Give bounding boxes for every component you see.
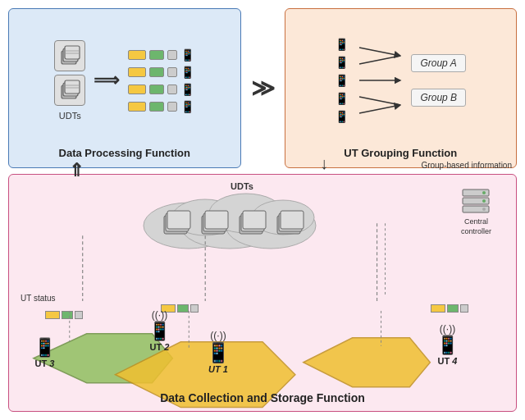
bar-yellow-3 (128, 84, 146, 94)
utg-phone-2: 📱 (335, 56, 349, 69)
udt-box-2 (54, 75, 85, 106)
ut3-container: 📱 UT 3 (34, 337, 56, 368)
dpf-arrow: ⟹ (94, 70, 120, 91)
cloud-container: UDTs (139, 181, 345, 253)
svg-point-38 (482, 208, 486, 211)
phone-icon-3: 📱 (180, 83, 194, 96)
mb-gr4 (460, 304, 468, 313)
mini-bar-status (45, 311, 94, 319)
utg-content: 📱 📱 📱 📱 📱 (335, 17, 466, 144)
dcsf-title: Data Collection and Storage Function (9, 391, 516, 404)
ut1-phone: 📱 (206, 341, 231, 364)
ut3-phone: 📱 (34, 337, 56, 358)
svg-marker-41 (304, 338, 430, 387)
ut2-phone: 📱 (148, 321, 171, 342)
bar-green-3 (149, 84, 164, 94)
group-a-box: Group A (411, 54, 466, 72)
mb-y1 (45, 311, 60, 319)
dcsf-panel: UDTs (8, 174, 517, 412)
svg-line-13 (359, 97, 400, 105)
ut4-phone: 📱 (436, 335, 459, 356)
ut1-signal: ((·)) (210, 330, 226, 341)
mb-g4 (447, 304, 459, 313)
mb-y4 (431, 304, 445, 313)
ut1-container: ((·)) 📱 UT 1 (206, 330, 231, 374)
svg-rect-23 (167, 211, 190, 229)
group-b-label: Group B (420, 92, 457, 103)
bar-green-2 (149, 67, 164, 77)
bar-yellow-4 (128, 102, 146, 112)
cloud-svg (139, 193, 345, 250)
dpf-content: UDTs ⟹ 📱 📱 (54, 17, 194, 144)
udt-box-1 (54, 40, 85, 71)
svg-rect-32 (281, 211, 304, 229)
svg-point-36 (482, 191, 486, 194)
ut4-bar-vis (431, 304, 480, 314)
fan-arrows-svg (355, 31, 404, 130)
phone-icon-1: 📱 (180, 48, 194, 62)
phone-icon-2: 📱 (180, 66, 194, 79)
group-info-arrow: ↓ (320, 154, 328, 173)
bar-row-2: 📱 (128, 66, 194, 79)
svg-line-11 (359, 56, 400, 64)
ut1-label: UT 1 (208, 364, 228, 374)
bar-row-3: 📱 (128, 83, 194, 96)
dpf-title: Data Processing Function (59, 147, 190, 159)
cloud-udts-label: UDTs (139, 181, 345, 191)
bar-green-1 (149, 50, 164, 60)
top-row: UDTs ⟹ 📱 📱 (8, 8, 517, 168)
udts-container: UDTs (54, 40, 85, 121)
ut3-label: UT 3 (35, 358, 55, 368)
ut4-label: UT 4 (438, 356, 458, 366)
bar-yellow-1 (128, 50, 146, 60)
svg-line-14 (359, 105, 400, 113)
central-controller: Centralcontroller (461, 186, 491, 236)
utg-phone-4: 📱 (335, 92, 349, 105)
mb-gr1 (75, 311, 83, 319)
top-panels-arrow: ≫ (249, 75, 276, 102)
server-svg (461, 186, 491, 216)
utg-title: UT Grouping Function (344, 147, 457, 159)
ut2-signal: ((·)) (152, 309, 167, 321)
mini-bar-ut4 (431, 304, 480, 313)
svg-rect-29 (243, 211, 266, 229)
phone-icon-4: 📱 (180, 100, 194, 113)
mb-g2 (177, 304, 189, 313)
bar-gray-1 (167, 50, 177, 60)
bars-stack: 📱 📱 📱 (128, 48, 194, 113)
cc-label: Centralcontroller (461, 217, 491, 236)
main-container: UDTs ⟹ 📱 📱 (0, 0, 525, 420)
svg-rect-7 (65, 80, 80, 94)
dpf-udts-label: UDTs (59, 111, 81, 121)
svg-line-10 (359, 48, 400, 56)
group-based-info-label: Group-based information (421, 161, 512, 170)
ut-status-bar-vis (45, 311, 94, 321)
bar-row-4: 📱 (128, 100, 194, 113)
utg-phone-1: 📱 (335, 38, 349, 51)
ut4-signal: ((·)) (440, 323, 455, 335)
bar-yellow-2 (128, 67, 146, 77)
utg-panel: 📱 📱 📱 📱 📱 (285, 8, 518, 168)
mb-gr2 (190, 304, 199, 313)
bar-row-1: 📱 (128, 48, 194, 62)
bar-gray-3 (167, 84, 177, 94)
bar-green-4 (149, 102, 164, 112)
group-a-label: Group A (420, 57, 456, 69)
ut2-label: UT 2 (150, 342, 170, 352)
utg-phone-col: 📱 📱 📱 📱 📱 (335, 38, 349, 123)
bar-gray-4 (167, 102, 177, 112)
double-arrow-down: ⇑ (69, 160, 84, 181)
ut2-container: ((·)) 📱 UT 2 (148, 309, 171, 352)
ut4-container: ((·)) 📱 UT 4 (436, 323, 459, 366)
utg-phone-3: 📱 (335, 74, 349, 87)
svg-rect-26 (205, 211, 228, 229)
group-b-box: Group B (411, 89, 466, 107)
utg-phone-5: 📱 (335, 110, 349, 123)
svg-point-37 (482, 199, 486, 203)
svg-rect-2 (65, 46, 80, 59)
dpf-panel: UDTs ⟹ 📱 📱 (8, 8, 241, 168)
mb-g1 (62, 311, 73, 319)
ut-status-label: UT status (21, 294, 56, 303)
bar-gray-2 (167, 67, 177, 77)
group-col: Group A Group B (411, 54, 466, 107)
